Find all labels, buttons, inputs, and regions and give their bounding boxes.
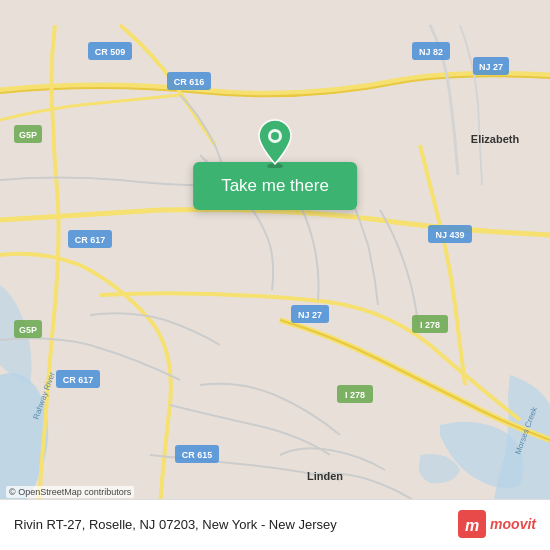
map-container: CR 509 CR 616 NJ 82 NJ 27 G5P CR 617 NJ …	[0, 0, 550, 550]
map-background: CR 509 CR 616 NJ 82 NJ 27 G5P CR 617 NJ …	[0, 0, 550, 550]
svg-text:NJ 27: NJ 27	[479, 62, 503, 72]
svg-text:NJ 27: NJ 27	[298, 310, 322, 320]
map-pin	[255, 118, 295, 158]
svg-text:NJ 439: NJ 439	[435, 230, 464, 240]
svg-point-33	[271, 132, 279, 140]
address-label: Rivin RT-27, Roselle, NJ 07203, New York…	[14, 517, 448, 532]
svg-text:CR 617: CR 617	[63, 375, 94, 385]
svg-text:m: m	[465, 517, 479, 534]
svg-text:CR 616: CR 616	[174, 77, 205, 87]
svg-text:CR 617: CR 617	[75, 235, 106, 245]
svg-text:Elizabeth: Elizabeth	[471, 133, 520, 145]
svg-text:I 278: I 278	[420, 320, 440, 330]
info-bar: Rivin RT-27, Roselle, NJ 07203, New York…	[0, 499, 550, 550]
svg-text:CR 509: CR 509	[95, 47, 126, 57]
svg-text:I 278: I 278	[345, 390, 365, 400]
svg-text:NJ 82: NJ 82	[419, 47, 443, 57]
svg-text:G5P: G5P	[19, 325, 37, 335]
map-attribution: © OpenStreetMap contributors	[6, 486, 134, 498]
svg-text:CR 615: CR 615	[182, 450, 213, 460]
moovit-icon: m	[458, 510, 486, 538]
moovit-text-label: moovit	[490, 516, 536, 532]
moovit-logo: m moovit	[458, 510, 536, 538]
svg-text:Linden: Linden	[307, 470, 343, 482]
svg-text:G5P: G5P	[19, 130, 37, 140]
take-me-there-button[interactable]: Take me there	[193, 162, 357, 210]
